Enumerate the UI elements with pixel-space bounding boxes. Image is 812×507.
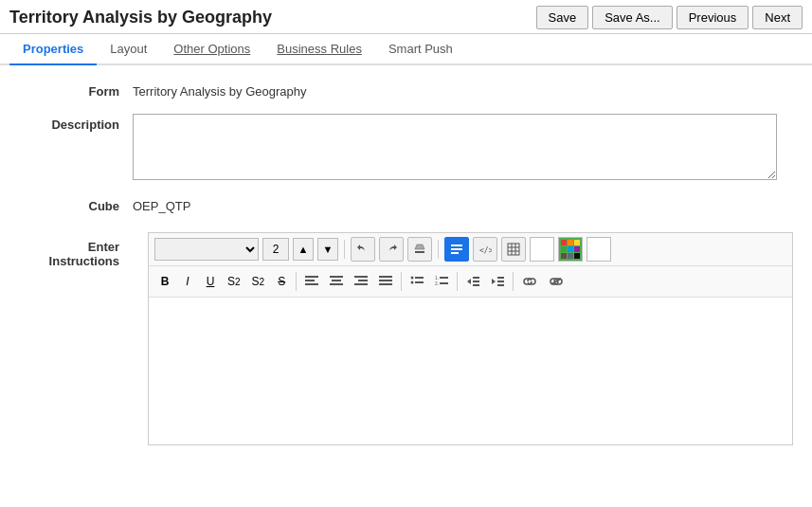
description-textarea[interactable] — [133, 114, 777, 180]
svg-rect-37 — [497, 277, 504, 279]
svg-marker-32 — [467, 279, 471, 284]
separator-5 — [457, 272, 458, 291]
svg-point-24 — [411, 277, 414, 280]
font-size-down-btn[interactable]: ▼ — [317, 238, 338, 261]
table-btn[interactable] — [501, 237, 526, 262]
form-label: Form — [19, 81, 133, 99]
tab-business-rules[interactable]: Business Rules — [263, 34, 375, 65]
svg-rect-20 — [354, 283, 368, 285]
bg-color-box[interactable] — [586, 237, 611, 262]
svg-rect-39 — [497, 284, 504, 286]
svg-text:2.: 2. — [435, 281, 439, 286]
superscript-btn[interactable]: S2 — [247, 270, 270, 293]
header-buttons: Save Save As... Previous Next — [536, 6, 803, 29]
cube-row: Cube OEP_QTP — [19, 195, 793, 213]
page-title: Territory Analysis by Geography — [9, 8, 272, 27]
svg-rect-31 — [440, 282, 448, 284]
svg-rect-13 — [305, 283, 318, 285]
separator-3 — [296, 272, 297, 291]
svg-rect-34 — [473, 281, 479, 282]
tab-properties[interactable]: Properties — [9, 34, 97, 65]
form-value: Territory Analysis by Geography — [133, 81, 307, 99]
toolbar-row1: ▲ ▼ < — [149, 233, 792, 266]
tab-bar: Properties Layout Other Options Business… — [0, 34, 812, 65]
font-family-select[interactable] — [154, 238, 259, 261]
redo-btn[interactable] — [379, 237, 404, 262]
instructions-editor-col: ▲ ▼ < — [148, 232, 793, 445]
save-as-button[interactable]: Save As... — [592, 6, 673, 29]
description-row: Description — [19, 114, 793, 180]
previous-button[interactable]: Previous — [677, 6, 749, 29]
unlink-btn[interactable] — [544, 270, 568, 293]
svg-rect-33 — [473, 277, 479, 279]
separator-1 — [344, 240, 345, 259]
svg-rect-2 — [451, 244, 462, 246]
svg-marker-1 — [415, 244, 424, 249]
cube-value: OEP_QTP — [133, 195, 190, 213]
svg-rect-6 — [508, 244, 519, 255]
separator-2 — [438, 240, 439, 259]
save-button[interactable]: Save — [536, 6, 589, 29]
align-left-btn[interactable] — [300, 270, 323, 293]
form-row: Form Territory Analysis by Geography — [19, 81, 793, 99]
tab-layout[interactable]: Layout — [97, 34, 160, 65]
svg-rect-17 — [330, 283, 343, 285]
svg-rect-21 — [379, 276, 392, 278]
svg-rect-27 — [415, 281, 424, 283]
align-center-btn[interactable] — [325, 270, 348, 293]
svg-point-26 — [411, 281, 414, 284]
svg-rect-25 — [415, 277, 424, 279]
toolbar-row2: B I U S2 S2 S — [149, 266, 792, 298]
svg-rect-29 — [440, 277, 448, 279]
svg-rect-12 — [305, 280, 315, 281]
svg-rect-35 — [473, 284, 479, 286]
svg-rect-22 — [379, 280, 392, 281]
align-right-btn[interactable] — [350, 270, 372, 293]
svg-rect-3 — [451, 248, 462, 250]
indent-btn[interactable] — [486, 270, 509, 293]
next-button[interactable]: Next — [752, 6, 803, 29]
separator-6 — [513, 272, 514, 291]
eraser-btn[interactable] — [407, 237, 432, 262]
align-justify-btn[interactable] — [374, 270, 397, 293]
font-size-up-btn[interactable]: ▲ — [293, 238, 314, 261]
content-area: Form Territory Analysis by Geography Des… — [0, 65, 812, 461]
instructions-label: Enter Instructions — [19, 232, 133, 268]
svg-rect-19 — [358, 280, 368, 281]
svg-rect-38 — [497, 281, 504, 282]
cube-label: Cube — [19, 195, 133, 213]
strikethrough-btn[interactable]: S — [271, 270, 292, 293]
svg-rect-0 — [415, 251, 424, 253]
description-label: Description — [19, 114, 133, 132]
undo-btn[interactable] — [351, 237, 375, 262]
instructions-row: Enter Instructions ▲ ▼ — [19, 232, 793, 445]
svg-text:</>: </> — [479, 246, 492, 255]
bold-btn[interactable]: B — [154, 270, 175, 293]
bullet-list-btn[interactable] — [406, 270, 428, 293]
source-normal-btn[interactable] — [444, 237, 469, 262]
underline-btn[interactable]: U — [200, 270, 221, 293]
numbered-list-btn[interactable]: 1.2. — [430, 270, 453, 293]
svg-rect-16 — [332, 280, 341, 281]
header: Territory Analysis by Geography Save Sav… — [0, 0, 812, 34]
svg-marker-36 — [492, 279, 496, 284]
subscript-btn[interactable]: S2 — [223, 270, 245, 293]
editor-container: ▲ ▼ < — [148, 232, 793, 445]
svg-rect-11 — [305, 276, 318, 278]
font-size-input[interactable] — [262, 238, 289, 261]
source-html-btn[interactable]: </> — [473, 237, 497, 262]
highlight-color-box[interactable] — [558, 237, 583, 262]
svg-rect-18 — [354, 276, 368, 278]
text-color-box[interactable] — [530, 237, 554, 262]
svg-rect-23 — [379, 283, 392, 285]
tab-smart-push[interactable]: Smart Push — [375, 34, 466, 65]
editor-area[interactable] — [149, 298, 792, 444]
outdent-btn[interactable] — [461, 270, 484, 293]
italic-btn[interactable]: I — [177, 270, 198, 293]
link-btn[interactable] — [517, 270, 542, 293]
separator-4 — [401, 272, 402, 291]
svg-rect-15 — [330, 276, 343, 278]
svg-rect-4 — [451, 252, 459, 254]
tab-other-options[interactable]: Other Options — [160, 34, 263, 65]
